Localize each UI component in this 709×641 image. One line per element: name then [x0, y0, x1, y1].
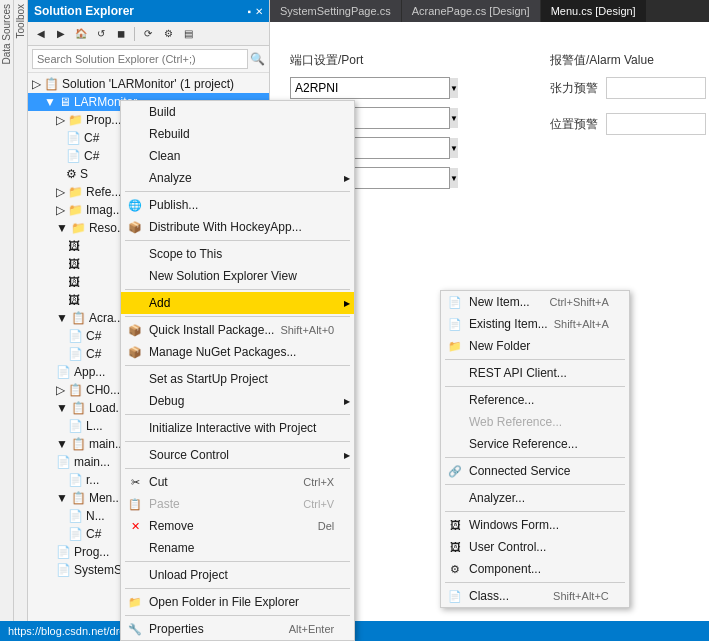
class-shortcut: Shift+Alt+C — [553, 590, 609, 602]
menu-init-interactive[interactable]: Initialize Interactive with Project — [121, 417, 354, 439]
menu-new-view[interactable]: New Solution Explorer View — [121, 265, 354, 287]
submenu-analyzer[interactable]: Analyzer... — [441, 487, 629, 509]
submenu-new-folder[interactable]: 📁 New Folder — [441, 335, 629, 357]
menu-source-control[interactable]: Source Control ▶ — [121, 444, 354, 466]
toolbox-label[interactable]: Toolbox — [15, 0, 26, 42]
init-interactive-label: Initialize Interactive with Project — [149, 421, 316, 435]
submenu-web-reference[interactable]: Web Reference... — [441, 411, 629, 433]
windows-form-icon: 🖼 — [447, 517, 463, 533]
distribute-label: Distribute With HockeyApp... — [149, 220, 302, 234]
new-folder-label: New Folder — [469, 339, 530, 353]
expand-icon: ▼ — [44, 95, 56, 109]
menu-manage-nuget[interactable]: 📦 Manage NuGet Packages... — [121, 341, 354, 363]
tree-item-solution[interactable]: ▷ 📋 Solution 'LARMonitor' (1 project) — [28, 75, 269, 93]
se-search-bar: 🔍 — [28, 46, 269, 73]
tab-menu[interactable]: Menu.cs [Design] — [541, 0, 647, 22]
submenu-service-reference[interactable]: Service Reference... — [441, 433, 629, 455]
menu-paste[interactable]: 📋 Paste Ctrl+V — [121, 493, 354, 515]
solution-explorer-title: Solution Explorer — [34, 4, 134, 18]
se-toolbar: ◀ ▶ 🏠 ↺ ◼ ⟳ ⚙ ▤ — [28, 22, 269, 46]
new-item-shortcut: Ctrl+Shift+A — [549, 296, 608, 308]
tree-item-label: Solution 'LARMonitor' (1 project) — [62, 77, 234, 91]
submenu-user-control[interactable]: 🖼 User Control... — [441, 536, 629, 558]
refresh-button[interactable]: ↺ — [92, 25, 110, 43]
new-item-label: New Item... — [469, 295, 530, 309]
menu-open-folder[interactable]: 📁 Open Folder in File Explorer — [121, 591, 354, 613]
submenu-reference[interactable]: Reference... — [441, 389, 629, 411]
submenu-class[interactable]: 📄 Class... Shift+Alt+C — [441, 585, 629, 607]
view-button[interactable]: ▤ — [179, 25, 197, 43]
port-arrow-4[interactable]: ▼ — [449, 168, 458, 188]
search-input[interactable] — [32, 49, 248, 69]
separator-2 — [125, 240, 350, 241]
sync-button[interactable]: ⟳ — [139, 25, 157, 43]
tension-label: 张力预警 — [550, 80, 600, 97]
stop-button[interactable]: ◼ — [112, 25, 130, 43]
separator-6 — [125, 441, 350, 442]
data-sources-sidebar[interactable]: Data Sources — [0, 0, 14, 641]
port-input-combo[interactable]: ▼ — [290, 77, 450, 99]
submenu-rest-api[interactable]: REST API Client... — [441, 362, 629, 384]
port-arrow-3[interactable]: ▼ — [449, 138, 458, 158]
rename-label: Rename — [149, 541, 194, 555]
expand-icon: ▷ — [32, 77, 41, 91]
source-control-label: Source Control — [149, 448, 229, 462]
menu-clean[interactable]: Clean — [121, 145, 354, 167]
close-icon[interactable]: ✕ — [255, 6, 263, 17]
menu-rename[interactable]: Rename — [121, 537, 354, 559]
menu-quick-install[interactable]: 📦 Quick Install Package... Shift+Alt+0 — [121, 319, 354, 341]
forward-button[interactable]: ▶ — [52, 25, 70, 43]
settings-button[interactable]: ⚙ — [159, 25, 177, 43]
menu-analyze[interactable]: Analyze ▶ — [121, 167, 354, 189]
menu-add[interactable]: Add ▶ — [121, 292, 354, 314]
add-arrow: ▶ — [344, 299, 350, 308]
analyzer-label: Analyzer... — [469, 491, 525, 505]
pin-icon[interactable]: ▪ — [247, 6, 251, 17]
port-value-input[interactable] — [291, 78, 449, 98]
project-icon: 🖥 — [59, 95, 71, 109]
menu-remove[interactable]: ✕ Remove Del — [121, 515, 354, 537]
submenu-windows-form[interactable]: 🖼 Windows Form... — [441, 514, 629, 536]
menu-properties[interactable]: 🔧 Properties Alt+Enter — [121, 618, 354, 640]
menu-scope[interactable]: Scope to This — [121, 243, 354, 265]
analyze-arrow: ▶ — [344, 174, 350, 183]
set-startup-label: Set as StartUp Project — [149, 372, 268, 386]
publish-label: Publish... — [149, 198, 198, 212]
menu-rebuild[interactable]: Rebuild — [121, 123, 354, 145]
menu-set-startup[interactable]: Set as StartUp Project — [121, 368, 354, 390]
port-dropdown-arrow[interactable]: ▼ — [449, 78, 458, 98]
add-submenu: 📄 New Item... Ctrl+Shift+A 📄 Existing It… — [440, 290, 630, 608]
separator-8 — [125, 561, 350, 562]
port-arrow-2[interactable]: ▼ — [449, 108, 458, 128]
menu-publish[interactable]: 🌐 Publish... — [121, 194, 354, 216]
submenu-new-item[interactable]: 📄 New Item... Ctrl+Shift+A — [441, 291, 629, 313]
back-button[interactable]: ◀ — [32, 25, 50, 43]
tension-input[interactable] — [606, 77, 706, 99]
tab-acrane[interactable]: AcranePage.cs [Design] — [402, 0, 541, 22]
tab-system-setting[interactable]: SystemSettingPage.cs — [270, 0, 402, 22]
solution-icon: 📋 — [44, 77, 59, 91]
home-button[interactable]: 🏠 — [72, 25, 90, 43]
remove-shortcut: Del — [318, 520, 335, 532]
tab-bar: SystemSettingPage.cs AcranePage.cs [Desi… — [270, 0, 709, 22]
search-icon: 🔍 — [250, 52, 265, 66]
separator-3 — [125, 289, 350, 290]
component-icon: ⚙ — [447, 561, 463, 577]
menu-distribute[interactable]: 📦 Distribute With HockeyApp... — [121, 216, 354, 238]
quick-install-icon: 📦 — [127, 322, 143, 338]
submenu-connected-service[interactable]: 🔗 Connected Service — [441, 460, 629, 482]
toolbox-sidebar[interactable]: Toolbox — [14, 0, 28, 641]
clean-label: Clean — [149, 149, 180, 163]
submenu-component[interactable]: ⚙ Component... — [441, 558, 629, 580]
position-input[interactable] — [606, 113, 706, 135]
menu-unload[interactable]: Unload Project — [121, 564, 354, 586]
menu-cut[interactable]: ✂ Cut Ctrl+X — [121, 471, 354, 493]
add-label: Add — [149, 296, 170, 310]
submenu-existing-item[interactable]: 📄 Existing Item... Shift+Alt+A — [441, 313, 629, 335]
menu-debug[interactable]: Debug ▶ — [121, 390, 354, 412]
sub-sep-4 — [445, 484, 625, 485]
separator-1 — [125, 191, 350, 192]
data-sources-label[interactable]: Data Sources — [1, 0, 12, 69]
menu-build[interactable]: Build — [121, 101, 354, 123]
debug-label: Debug — [149, 394, 184, 408]
